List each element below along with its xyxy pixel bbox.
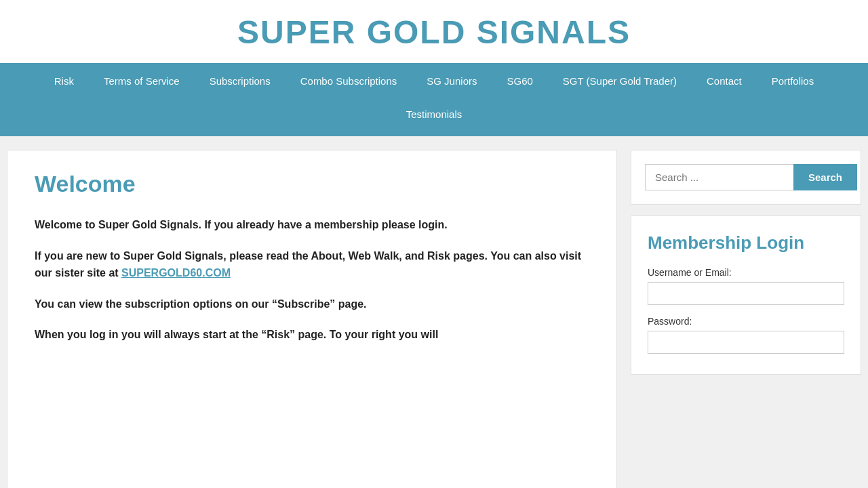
nav-item-risk[interactable]: Risk [39,63,89,99]
content-para-1: Welcome to Super Gold Signals. If you al… [35,216,589,234]
nav-row2: Testimonials [0,99,868,136]
search-form: Search [645,164,847,190]
search-widget: Search [631,150,861,205]
main-layout: Welcome Welcome to Super Gold Signals. I… [0,136,868,488]
search-input[interactable] [645,164,793,190]
username-input[interactable] [648,282,844,305]
nav-item-portfolios[interactable]: Portfolios [757,63,829,99]
sidebar: Search Membership Login Username or Emai… [631,150,861,488]
main-nav: Risk Terms of Service Subscriptions Comb… [0,63,868,99]
username-label: Username or Email: [648,267,844,278]
sister-site-link[interactable]: SUPERGOLD60.COM [121,267,231,279]
welcome-title: Welcome [35,171,589,197]
nav-item-testimonials[interactable]: Testimonials [391,99,477,134]
site-header: SUPER GOLD SIGNALS [0,0,868,63]
password-label: Password: [648,316,844,327]
content-para-2: If you are new to Super Gold Signals, pl… [35,247,589,282]
content-para-2-text: If you are new to Super Gold Signals, pl… [35,250,581,279]
content-para-4: When you log in you will always start at… [35,326,589,344]
password-input[interactable] [648,331,844,354]
content-para-3: You can view the subscription options on… [35,296,589,313]
nav-item-contact[interactable]: Contact [692,63,757,99]
nav-item-sg60[interactable]: SG60 [492,63,547,99]
nav-item-combo[interactable]: Combo Subscriptions [285,63,412,99]
nav-item-subscriptions[interactable]: Subscriptions [195,63,285,99]
nav-item-terms[interactable]: Terms of Service [89,63,195,99]
search-button[interactable]: Search [793,164,857,190]
content-area: Welcome Welcome to Super Gold Signals. I… [7,150,617,488]
nav-item-sgjuniors[interactable]: SG Juniors [412,63,492,99]
login-widget: Membership Login Username or Email: Pass… [631,216,861,375]
nav-item-sgt[interactable]: SGT (Super Gold Trader) [548,63,692,99]
site-title[interactable]: SUPER GOLD SIGNALS [0,14,868,51]
login-title: Membership Login [648,232,844,253]
